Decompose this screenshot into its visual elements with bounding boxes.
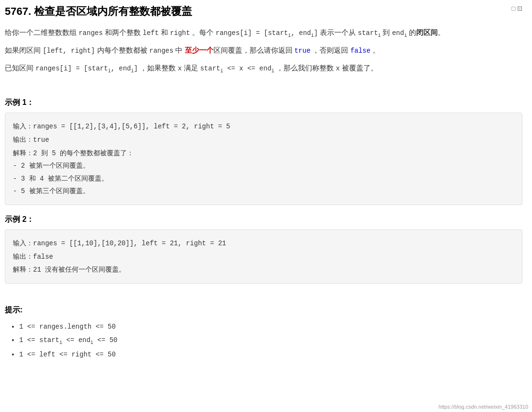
- example1-box: 输入：ranges = [[1,2],[3,4],[5,6]], left = …: [5, 113, 522, 205]
- example2-title: 示例 2：: [5, 215, 522, 225]
- example2-box: 输入：ranges = [[1,10],[10,20]], left = 21,…: [5, 229, 522, 284]
- example2-input: 输入：ranges = [[1,10],[10,20]], left = 21,…: [13, 237, 514, 250]
- problem-description: 给你一个二维整数数组 ranges 和两个整数 left 和 right 。每个…: [5, 26, 522, 76]
- hints-section: 提示: 1 <= ranges.length <= 50 1 <= starti…: [5, 305, 522, 361]
- example1-detail-2: - 3 和 4 被第二个区间覆盖。: [13, 172, 514, 185]
- top-right-controls[interactable]: □ ⊡: [512, 5, 522, 12]
- example2-output-label: 输出：: [13, 252, 33, 260]
- hint-item-3: 1 <= left <= right <= 50: [19, 348, 522, 361]
- example1-output-value: true: [33, 136, 49, 144]
- example2-input-label: 输入：: [13, 239, 33, 247]
- top-bar: 5767. 检查是否区域内所有整数都被覆盖 □ ⊡: [5, 5, 522, 19]
- page-wrapper: 5767. 检查是否区域内所有整数都被覆盖 □ ⊡ 给你一个二维整数数组 ran…: [0, 0, 532, 376]
- example1-input: 输入：ranges = [[1,2],[3,4],[5,6]], left = …: [13, 120, 514, 133]
- example2-output: 输出：false: [13, 250, 514, 263]
- desc-paragraph-2: 如果闭区间 [left, right] 内每个整数都被 ranges 中 至少一…: [5, 44, 522, 57]
- example1-output: 输出：true: [13, 133, 514, 147]
- hint2-pre: 1 <= starti <= endi <= 50: [19, 336, 117, 344]
- hint-item-1: 1 <= ranges.length <= 50: [19, 320, 522, 333]
- hints-list: 1 <= ranges.length <= 50 1 <= starti <= …: [5, 320, 522, 361]
- example1-explain-value: 2 到 5 的每个整数都被覆盖了：: [33, 149, 134, 157]
- desc-paragraph-1: 给你一个二维整数数组 ranges 和两个整数 left 和 right 。每个…: [5, 26, 522, 40]
- watermark: https://blog.csdn.net/weixin_41963310: [439, 404, 528, 410]
- example1-explain: 解释：2 到 5 的每个整数都被覆盖了：: [13, 147, 514, 160]
- example1-input-value: ranges = [[1,2],[3,4],[5,6]], left = 2, …: [33, 123, 230, 130]
- example1-detail-1: - 2 被第一个区间覆盖。: [13, 160, 514, 172]
- hints-title: 提示:: [5, 305, 522, 315]
- hint-item-2: 1 <= starti <= endi <= 50: [19, 333, 522, 348]
- example2-explain: 解释：21 没有被任何一个区间覆盖。: [13, 263, 514, 276]
- example2-explain-value: 21 没有被任何一个区间覆盖。: [33, 266, 125, 274]
- example1-output-label: 输出：: [13, 136, 33, 143]
- example1-title: 示例 1：: [5, 98, 522, 108]
- example2-output-value: false: [33, 253, 53, 261]
- desc-paragraph-3: 已知区间 ranges[i] = [starti, endi] ，如果整数 x …: [5, 61, 522, 76]
- example1-explain-label: 解释：: [13, 149, 33, 157]
- example2-input-value: ranges = [[1,10],[10,20]], left = 21, ri…: [33, 240, 226, 247]
- page-title: 5767. 检查是否区域内所有整数都被覆盖: [5, 5, 192, 19]
- example1-input-label: 输入：: [13, 122, 33, 130]
- example2-explain-label: 解释：: [13, 265, 33, 273]
- example1-detail-3: - 5 被第三个区间覆盖。: [13, 185, 514, 198]
